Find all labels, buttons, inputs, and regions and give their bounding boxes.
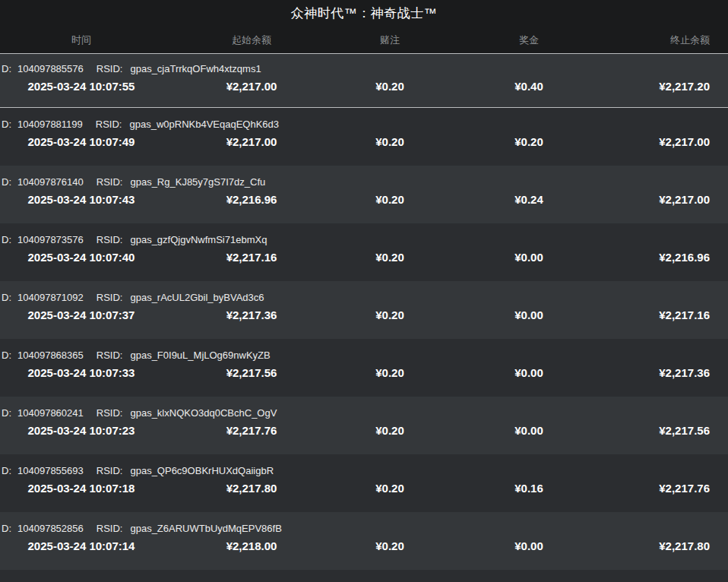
- table-row[interactable]: D: 104097871092 RSID: gpas_rAcUL2Gbil_by…: [0, 281, 728, 339]
- row-identifiers: D: 104097852856 RSID: gpas_Z6ARUWTbUydMq…: [0, 522, 728, 535]
- round-id-value: 104097855693: [17, 464, 84, 477]
- end-balance-cell: ¥2,217.00: [619, 192, 728, 207]
- column-header-bet: 赌注: [340, 33, 439, 47]
- win-cell: ¥0.00: [439, 308, 619, 323]
- round-id-value: 104097885576: [17, 62, 84, 75]
- end-balance-cell: ¥2,217.36: [619, 365, 728, 381]
- row-identifiers: D: 104097868365 RSID: gpas_F0I9uL_MjLOg6…: [0, 349, 728, 362]
- row-identifiers: D: 104097873576 RSID: gpas_gzfQjgvNwfmSi…: [0, 233, 728, 246]
- bet-cell: ¥0.20: [340, 423, 439, 438]
- rsid-value: gpas_F0I9uL_MjLOg69nwKyZB: [130, 349, 270, 362]
- time-cell: 2025-03-24 10:07:49: [0, 134, 163, 150]
- start-balance-cell: ¥2,217.36: [163, 308, 340, 323]
- start-balance-cell: ¥2,218.00: [163, 539, 340, 554]
- round-id-label: D:: [2, 233, 11, 246]
- rsid-label: RSID:: [97, 233, 123, 246]
- rsid-value: gpas_Z6ARUWTbUydMqEPV86fB: [130, 522, 281, 535]
- row-identifiers: D: 104097885576 RSID: gpas_cjaTrrkqOFwh4…: [0, 62, 728, 75]
- table-row[interactable]: D: 104097881199 RSID: gpas_w0pRNKb4VEqaq…: [0, 108, 728, 166]
- round-id-label: D:: [2, 349, 11, 362]
- bet-cell: ¥0.20: [340, 192, 439, 207]
- start-balance-cell: ¥2,217.56: [163, 365, 340, 381]
- start-balance-cell: ¥2,217.00: [163, 134, 340, 150]
- end-balance-cell: ¥2,217.16: [619, 308, 728, 323]
- column-header-time: 时间: [0, 33, 163, 47]
- round-id-value: 104097876140: [17, 176, 84, 188]
- rsid-value: gpas_QP6c9OBKrHUXdQaiigbR: [130, 464, 274, 477]
- row-values: 2025-03-24 10:07:14 ¥2,218.00 ¥0.20 ¥0.0…: [0, 539, 728, 554]
- rsid-label: RSID:: [97, 406, 123, 419]
- table-row[interactable]: D: 104097852856 RSID: gpas_Z6ARUWTbUydMq…: [0, 512, 728, 570]
- start-balance-cell: ¥2,217.76: [163, 423, 340, 438]
- bet-cell: ¥0.20: [340, 250, 439, 265]
- time-cell: 2025-03-24 10:07:33: [0, 365, 163, 381]
- table-row[interactable]: D: 104097860241 RSID: gpas_klxNQKO3dq0CB…: [0, 397, 728, 454]
- time-cell: 2025-03-24 10:07:18: [0, 481, 163, 496]
- round-id-label: D:: [2, 522, 11, 535]
- row-values: 2025-03-24 10:07:40 ¥2,217.16 ¥0.20 ¥0.0…: [0, 250, 728, 265]
- start-balance-cell: ¥2,217.80: [163, 481, 340, 496]
- time-cell: 2025-03-24 10:07:55: [0, 79, 163, 94]
- win-cell: ¥0.00: [439, 365, 619, 381]
- row-identifiers: D: 104097876140 RSID: gpas_Rg_KJ85y7gS7I…: [0, 176, 728, 188]
- start-balance-cell: ¥2,216.96: [163, 192, 340, 207]
- bet-cell: ¥0.20: [340, 365, 439, 381]
- row-identifiers: D: 104097881199 RSID: gpas_w0pRNKb4VEqaq…: [0, 118, 728, 131]
- column-header-end-balance: 终止余额: [619, 33, 728, 47]
- win-cell: ¥0.00: [439, 250, 619, 265]
- row-values: 2025-03-24 10:07:55 ¥2,217.00 ¥0.20 ¥0.4…: [0, 79, 728, 94]
- round-id-value: 104097881199: [17, 118, 83, 131]
- table-row[interactable]: D: 104097873576 RSID: gpas_gzfQjgvNwfmSi…: [0, 223, 728, 281]
- end-balance-cell: ¥2,216.96: [619, 250, 728, 265]
- row-identifiers: D: 104097855693 RSID: gpas_QP6c9OBKrHUXd…: [0, 464, 728, 477]
- end-balance-cell: ¥2,217.76: [619, 481, 728, 496]
- bet-cell: ¥0.20: [340, 79, 439, 94]
- win-cell: ¥0.00: [439, 539, 619, 554]
- end-balance-cell: ¥2,217.20: [619, 79, 728, 94]
- win-cell: ¥0.00: [439, 423, 619, 438]
- bet-cell: ¥0.20: [340, 481, 439, 496]
- rsid-label: RSID:: [96, 118, 122, 131]
- row-values: 2025-03-24 10:07:37 ¥2,217.36 ¥0.20 ¥0.0…: [0, 308, 728, 323]
- win-cell: ¥0.40: [439, 79, 619, 94]
- start-balance-cell: ¥2,217.16: [163, 250, 340, 265]
- row-values: 2025-03-24 10:07:43 ¥2,216.96 ¥0.20 ¥0.2…: [0, 192, 728, 207]
- time-cell: 2025-03-24 10:07:40: [0, 250, 163, 265]
- row-values: 2025-03-24 10:07:49 ¥2,217.00 ¥0.20 ¥0.2…: [0, 134, 728, 150]
- table-row[interactable]: D: 104097876140 RSID: gpas_Rg_KJ85y7gS7I…: [0, 166, 728, 223]
- end-balance-cell: ¥2,217.00: [619, 134, 728, 150]
- rsid-value: gpas_Rg_KJ85y7gS7I7dz_Cfu: [130, 176, 265, 188]
- page-title: 众神时代™：神奇战士™: [291, 5, 438, 22]
- round-id-label: D:: [2, 291, 11, 304]
- title-bar: 众神时代™：神奇战士™: [0, 0, 728, 27]
- start-balance-cell: ¥2,217.00: [163, 79, 340, 94]
- round-id-value: 104097868365: [17, 349, 84, 362]
- round-id-label: D:: [2, 62, 11, 75]
- round-id-label: D:: [2, 406, 11, 419]
- table-row[interactable]: D: 104097855693 RSID: gpas_QP6c9OBKrHUXd…: [0, 454, 728, 512]
- table-row[interactable]: D: 104097868365 RSID: gpas_F0I9uL_MjLOg6…: [0, 339, 728, 397]
- rsid-value: gpas_klxNQKO3dq0CBchC_OgV: [130, 406, 277, 419]
- rsid-label: RSID:: [97, 464, 123, 477]
- round-id-label: D:: [2, 118, 11, 131]
- row-identifiers: D: 104097860241 RSID: gpas_klxNQKO3dq0CB…: [0, 406, 728, 419]
- row-values: 2025-03-24 10:07:18 ¥2,217.80 ¥0.20 ¥0.1…: [0, 481, 728, 496]
- rsid-label: RSID:: [97, 176, 123, 188]
- column-header-win: 奖金: [439, 33, 619, 47]
- bet-cell: ¥0.20: [340, 539, 439, 554]
- history-table: D: 104097885576 RSID: gpas_cjaTrrkqOFwh4…: [0, 54, 728, 582]
- rsid-label: RSID:: [97, 291, 123, 304]
- round-id-value: 104097873576: [17, 233, 84, 246]
- win-cell: ¥0.24: [439, 192, 619, 207]
- bet-cell: ¥0.20: [340, 134, 439, 150]
- round-id-value: 104097871092: [17, 291, 84, 304]
- bet-cell: ¥0.20: [340, 308, 439, 323]
- rsid-label: RSID:: [97, 349, 123, 362]
- table-row[interactable]: D: 104097885576 RSID: gpas_cjaTrrkqOFwh4…: [0, 54, 728, 108]
- round-id-label: D:: [2, 464, 11, 477]
- table-row-partial: [0, 570, 728, 582]
- rsid-value: gpas_w0pRNKb4VEqaqEQhK6d3: [129, 118, 279, 131]
- time-cell: 2025-03-24 10:07:43: [0, 192, 163, 207]
- round-id-label: D:: [2, 176, 11, 188]
- round-id-value: 104097852856: [17, 522, 84, 535]
